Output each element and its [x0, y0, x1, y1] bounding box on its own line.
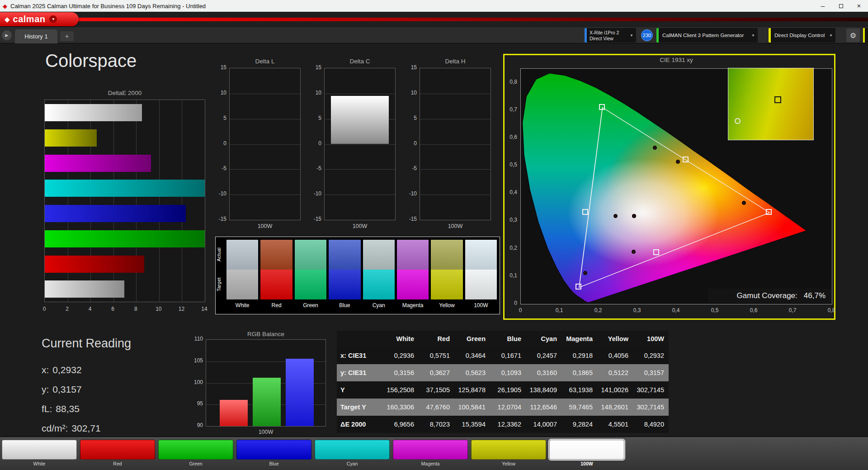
maximize-button[interactable] [832, 0, 850, 12]
pattern-label: Green [158, 461, 233, 466]
actual-swatch-white [226, 240, 258, 270]
delta-h-y-tick-label: 5 [402, 115, 417, 121]
delta-h-y-tick-label: -5 [402, 165, 417, 171]
deltae-x-tick-label: 2 [62, 306, 73, 312]
pattern-generator-label: CalMAN Client 3 Pattern Generator [662, 33, 744, 38]
swatch-column-label: Red [260, 299, 292, 311]
clipped-toolbar-button[interactable] [863, 28, 868, 43]
settings-gear-button[interactable]: ⚙ [846, 28, 860, 42]
tab-scroll-button[interactable]: ▶ [2, 30, 12, 40]
table-cell: 0,3160 [526, 364, 561, 381]
meter-device-dropdown[interactable]: X-Rite i1Pro 2 Direct View ▼ [585, 28, 636, 43]
reading-y-value: 0,3157 [52, 384, 81, 394]
tab-history-1-label: History 1 [24, 33, 47, 40]
table-cell: 141,0026 [597, 381, 633, 399]
deltae-bar-red [45, 256, 144, 273]
color-compare-panel: Actual Target WhiteRedGreenBlueCyanMagen… [215, 237, 500, 314]
target-swatch-white [226, 270, 258, 299]
delta-l-gridline [230, 144, 300, 145]
table-cell: 302,7145 [633, 381, 669, 399]
table-cell: 47,6760 [419, 399, 454, 416]
delta-l-gridline [230, 195, 300, 195]
pattern-button-magenta[interactable]: Magenta [393, 440, 468, 466]
delta-c-y-tick-label: 5 [307, 115, 321, 121]
table-cell: 160,3306 [383, 399, 419, 416]
deltae-bar-green [45, 230, 205, 247]
pattern-swatch-100w [549, 440, 624, 460]
swatch-column-red: Red [260, 240, 292, 311]
table-header-cyan: Cyan [526, 331, 561, 347]
reading-x: x:0,2932 [42, 365, 85, 375]
table-cell: 0,2936 [383, 347, 419, 364]
display-control-dropdown[interactable]: Direct Display Control ▼ [769, 28, 835, 43]
target-marker-yellow [683, 157, 689, 162]
table-row-label: x: CIE31 [337, 347, 383, 364]
pattern-button-blue[interactable]: Blue [236, 440, 311, 466]
deltae-bar-white [45, 280, 124, 298]
delta-l-chart [229, 68, 301, 220]
meter-status-badge[interactable]: 230 [641, 29, 653, 41]
reading-x-label: x: [42, 365, 49, 375]
swatch-column-label: 100W [465, 299, 497, 311]
swatch-column-100w: 100W [465, 240, 497, 311]
calman-diamond-icon: ◆ [5, 15, 10, 24]
delta-h-y-tick-label: -15 [402, 216, 417, 222]
table-header-red: Red [419, 331, 454, 347]
pattern-button-cyan[interactable]: Cyan [315, 440, 390, 466]
target-swatch-cyan [363, 270, 395, 299]
pattern-button-green[interactable]: Green [158, 440, 233, 466]
rgb-bar-green [253, 378, 281, 426]
table-cell: 9,2824 [561, 416, 597, 433]
measurement-results-table: WhiteRedGreenBlueCyanMagentaYellow100Wx:… [337, 331, 669, 433]
table-cell: 0,3464 [454, 347, 490, 364]
reading-fl-label: fL: [42, 404, 52, 414]
swatch-column-blue: Blue [329, 240, 360, 311]
table-cell: 0,3157 [633, 364, 669, 381]
swatch-column-label: Yellow [431, 299, 462, 311]
meter-device-line2: Direct View [590, 36, 630, 42]
target-swatch-magenta [397, 270, 429, 299]
table-header-yellow: Yellow [597, 331, 633, 347]
delta-c-gridline [325, 144, 395, 145]
table-cell: 14,0007 [526, 416, 561, 433]
pattern-generator-dropdown[interactable]: CalMAN Client 3 Pattern Generator ▼ [656, 28, 758, 43]
tab-history-1[interactable]: History 1 [15, 29, 57, 43]
swatch-column-label: Cyan [363, 299, 395, 311]
window-controls: – × [814, 0, 868, 12]
target-marker-white [639, 209, 645, 215]
table-cell: 8,7023 [419, 416, 454, 433]
target-swatch-yellow [431, 270, 462, 299]
pattern-button-100w[interactable]: 100W [549, 440, 624, 466]
swatch-columns: WhiteRedGreenBlueCyanMagentaYellow100W [226, 240, 497, 311]
meter-device-line1: X-Rite i1Pro 2 [590, 30, 630, 36]
swatch-column-label: White [226, 299, 258, 311]
table-cell: 156,2508 [383, 381, 419, 399]
pattern-swatch-red [80, 440, 155, 460]
inset-measured-marker [735, 118, 741, 124]
delta-h-gridline [420, 169, 491, 170]
table-row-label: Target Y [337, 399, 383, 416]
delta-h-y-tick-label: 0 [402, 140, 417, 147]
actual-swatch-100w [465, 240, 497, 270]
delta-h-y-tick-label: -10 [402, 190, 417, 197]
pattern-label: Red [80, 461, 155, 466]
calman-app-window: ◆ Calman 2025 Calman Ultimate for Busine… [0, 0, 868, 470]
table-cell: 148,2601 [597, 399, 633, 416]
rgb-balance-x-label: 100W [206, 429, 326, 435]
pattern-button-yellow[interactable]: Yellow [471, 440, 546, 466]
pattern-button-red[interactable]: Red [80, 440, 155, 466]
calman-logo-menu[interactable]: ◆ calman ▼ [0, 12, 79, 26]
table-cell: 0,3627 [419, 364, 454, 381]
target-marker-blue [576, 284, 581, 290]
delta-c-gridline [325, 195, 395, 195]
table-header-white: White [383, 331, 419, 347]
close-button[interactable]: × [850, 0, 868, 12]
add-tab-button[interactable]: + [60, 31, 74, 41]
pattern-button-white[interactable]: White [2, 440, 77, 466]
gamut-coverage-label: Gamut Coverage: [737, 291, 797, 300]
pattern-label: Cyan [315, 461, 390, 466]
pattern-label: Blue [236, 461, 311, 466]
minimize-button[interactable]: – [814, 0, 832, 12]
table-cell: 12,3362 [490, 416, 526, 433]
pattern-swatch-cyan [315, 440, 390, 460]
